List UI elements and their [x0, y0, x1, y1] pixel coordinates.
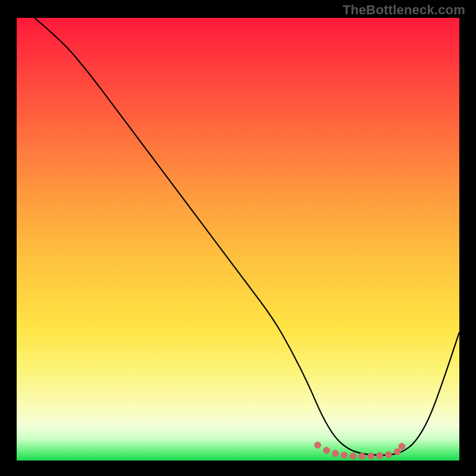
watermark-text: TheBottleneck.com — [343, 2, 465, 18]
plot-area — [17, 18, 459, 461]
dot — [377, 452, 383, 459]
dot — [385, 452, 392, 458]
chart-frame: TheBottleneck.com — [0, 0, 476, 476]
dot — [359, 453, 365, 459]
bottom-dots — [314, 441, 405, 459]
dot — [350, 453, 356, 459]
dot — [323, 447, 330, 453]
dot — [314, 441, 321, 448]
dot — [399, 443, 405, 450]
dot — [394, 449, 400, 455]
dot — [341, 452, 347, 459]
curve-svg — [17, 18, 459, 461]
dot — [368, 453, 374, 459]
bottleneck-curve — [35, 18, 459, 455]
dot — [332, 450, 339, 457]
